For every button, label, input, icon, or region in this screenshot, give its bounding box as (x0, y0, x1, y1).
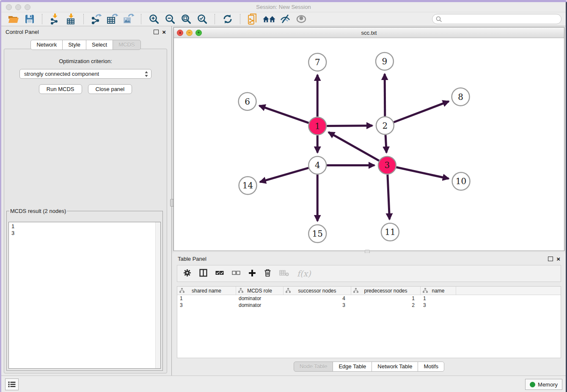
export-image-button[interactable] (122, 13, 135, 25)
graph-node-7[interactable]: 7 (308, 53, 326, 71)
search-input[interactable] (442, 16, 558, 23)
table-cell[interactable]: 1 (177, 295, 236, 302)
table-cell[interactable]: dominator (236, 295, 284, 302)
tab-mcds[interactable]: MCDS (113, 40, 140, 50)
select-all-rows-button[interactable] (215, 270, 224, 277)
close-panel-button[interactable]: Close panel (88, 84, 132, 94)
table-row[interactable]: 1dominator411 (177, 295, 561, 302)
import-table-icon (66, 14, 76, 25)
graph-node-8[interactable]: 8 (452, 88, 470, 106)
edge-2-9[interactable] (385, 74, 385, 116)
duplicate-network-button[interactable] (246, 13, 260, 25)
graph-node-6[interactable]: 6 (239, 93, 256, 110)
zoom-in-icon (149, 14, 159, 24)
graph-node-9[interactable]: 9 (376, 52, 394, 70)
tab-motifs[interactable]: Motifs (418, 362, 444, 372)
hide-graphics-details-button[interactable] (278, 13, 292, 25)
graph-node-4[interactable]: 4 (308, 156, 326, 174)
graph-node-10[interactable]: 10 (452, 172, 470, 190)
search-box[interactable] (432, 14, 561, 24)
close-panel-icon[interactable]: × (162, 29, 166, 35)
show-graphics-details-button[interactable] (295, 13, 308, 25)
table-cell[interactable]: dominator (236, 302, 284, 309)
edge-3-11[interactable] (388, 174, 390, 219)
svg-text:6: 6 (245, 97, 250, 107)
create-column-button[interactable] (248, 269, 256, 278)
tab-select[interactable]: Select (86, 40, 113, 50)
edge-3-10[interactable] (396, 167, 449, 179)
run-mcds-button[interactable]: Run MCDS (39, 84, 82, 94)
edge-1-6[interactable] (259, 106, 309, 123)
svg-text:7: 7 (315, 57, 320, 67)
save-session-button[interactable] (23, 13, 36, 25)
search-icon (436, 16, 442, 22)
result-scrollbar[interactable] (155, 222, 160, 368)
mcds-result-title: MCDS result (2 nodes) (9, 208, 67, 214)
tab-network-table[interactable]: Network Table (372, 362, 418, 372)
task-history-button[interactable] (5, 378, 19, 390)
delete-column-button[interactable] (264, 269, 271, 278)
export-network-button[interactable] (90, 13, 103, 25)
home-networks-button[interactable] (262, 13, 276, 25)
trash-icon (264, 269, 271, 277)
network-window-titlebar[interactable]: x − + scc.txt (174, 28, 564, 38)
table-cell[interactable]: 3 (177, 302, 236, 309)
table-cell[interactable]: 1 (351, 295, 421, 302)
edge-1-2[interactable] (327, 126, 372, 126)
criterion-value: strongly connected component (24, 71, 144, 77)
column-header-shared-name[interactable]: shared name (177, 287, 236, 295)
export-network-icon (91, 14, 102, 25)
table-panel: Table Panel × (173, 253, 564, 375)
network-graph[interactable]: 1234678910111415 (174, 38, 564, 251)
zoom-in-button[interactable] (147, 13, 161, 25)
tab-style[interactable]: Style (62, 40, 86, 50)
tab-edge-table[interactable]: Edge Table (333, 362, 372, 372)
network-canvas[interactable]: 1234678910111415 (174, 38, 564, 251)
graph-node-1[interactable]: 1 (308, 117, 326, 135)
close-panel-icon[interactable]: × (556, 256, 560, 262)
float-panel-icon[interactable] (548, 257, 553, 261)
graph-node-14[interactable]: 14 (239, 177, 257, 194)
edge-2-8[interactable] (394, 101, 449, 122)
import-table-button[interactable] (64, 13, 78, 25)
table-cell[interactable]: 2 (351, 302, 421, 309)
float-panel-icon[interactable] (154, 30, 159, 34)
table-cell[interactable]: 4 (284, 295, 351, 302)
graph-node-15[interactable]: 15 (308, 225, 326, 243)
table-row[interactable]: 3dominator323 (177, 302, 561, 309)
column-header-predecessor-nodes[interactable]: predecessor nodes (351, 287, 421, 295)
column-header-successor-nodes[interactable]: successor nodes (284, 287, 351, 295)
open-session-button[interactable] (7, 13, 20, 25)
table-cell[interactable]: 1 (421, 295, 456, 302)
status-bar: Memory (1, 375, 566, 392)
table-settings-button[interactable] (183, 269, 191, 278)
criterion-dropdown[interactable]: strongly connected component (19, 69, 151, 79)
graph-node-11[interactable]: 11 (381, 223, 399, 241)
vertical-splitter[interactable] (170, 26, 173, 376)
graph-node-3[interactable]: 3 (378, 156, 396, 174)
edge-3-1[interactable] (328, 132, 379, 160)
table-cell[interactable]: 3 (421, 302, 456, 309)
node-table[interactable]: shared nameMCDS rolesuccessor nodesprede… (177, 286, 561, 358)
graph-node-2[interactable]: 2 (376, 117, 394, 135)
edge-2-3[interactable] (385, 135, 386, 153)
show-columns-button[interactable] (199, 269, 207, 278)
title-bar[interactable]: Session: New Session (1, 2, 566, 12)
edge-4-14[interactable] (260, 168, 308, 182)
export-table-button[interactable] (106, 13, 119, 25)
column-header-mcds-role[interactable]: MCDS role (236, 287, 284, 295)
import-network-button[interactable] (48, 13, 62, 25)
zoom-selected-button[interactable] (195, 13, 209, 25)
deselect-all-rows-button[interactable] (232, 270, 240, 277)
memory-button[interactable]: Memory (525, 379, 562, 390)
zoom-fit-button[interactable] (179, 13, 193, 25)
mcds-result-area[interactable]: 1 3 (8, 222, 161, 369)
tab-node-table[interactable]: Node Table (294, 362, 333, 372)
zoom-out-button[interactable] (163, 13, 177, 25)
toolbar-separator (141, 14, 142, 24)
column-header-name[interactable]: name (421, 287, 456, 295)
tab-network[interactable]: Network (30, 40, 63, 50)
apply-layout-button[interactable] (221, 13, 234, 25)
network-view-window: x − + scc.txt 1234678910111415 (173, 27, 564, 251)
table-cell[interactable]: 3 (284, 302, 351, 309)
